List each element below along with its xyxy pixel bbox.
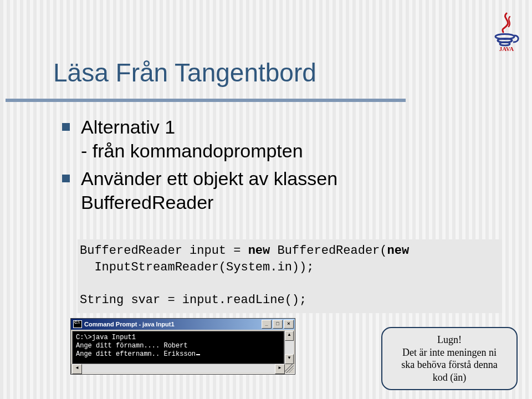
bullet-marker — [62, 175, 70, 182]
window-title: Command Prompt - java Input1 — [84, 321, 175, 328]
bullet-1-text: Alternativ 1 - från kommandoprompten — [81, 115, 303, 162]
svg-text:JAVA: JAVA — [499, 45, 514, 52]
slide-title: Läsa Från Tangentbord — [53, 58, 316, 88]
code-text: BufferedReader input = — [80, 244, 248, 258]
terminal-line: C:\>java Input1 — [76, 334, 136, 341]
callout-line: Lugn! — [437, 334, 462, 345]
bullet-2-line2: BufferedReader — [81, 192, 213, 213]
code-keyword: new — [248, 244, 270, 258]
scroll-track[interactable] — [82, 364, 275, 373]
code-text: String svar = input.readLine(); — [80, 293, 306, 307]
resize-grip-icon[interactable] — [285, 364, 294, 373]
code-text: BufferedReader( — [270, 244, 387, 258]
code-keyword: new — [387, 244, 410, 258]
bullet-1-line2: - från kommandoprompten — [81, 140, 303, 161]
terminal-line: Ange ditt förnamn.... Robert — [76, 342, 188, 350]
slide: JAVA Läsa Från Tangentbord Alternativ 1 … — [0, 0, 532, 399]
callout-line: kod (än) — [433, 372, 466, 383]
cursor-icon — [196, 354, 200, 355]
callout-line: Det är inte meningen ni — [402, 347, 497, 358]
close-button[interactable]: × — [284, 320, 294, 329]
bullet-list: Alternativ 1 - från kommandoprompten Anv… — [62, 115, 483, 218]
cmd-icon — [73, 320, 82, 328]
scroll-track[interactable] — [285, 341, 294, 354]
bullet-1: Alternativ 1 - från kommandoprompten — [62, 115, 483, 162]
code-block: BufferedReader input = new BufferedReade… — [78, 239, 502, 313]
terminal-line: Ange ditt efternamn.. Eriksson — [76, 350, 196, 358]
bullet-2-text: Använder ett objekt av klassen BufferedR… — [81, 167, 337, 214]
command-prompt-window: Command Prompt - java Input1 _ □ × C:\>j… — [70, 318, 295, 375]
scroll-up-button[interactable]: ▲ — [285, 331, 294, 341]
bullet-2-line1: Använder ett objekt av klassen — [81, 168, 337, 189]
callout-line: ska behöva förstå denna — [401, 359, 497, 370]
bullet-marker — [62, 123, 70, 131]
minimize-button[interactable]: _ — [262, 320, 272, 329]
horizontal-scrollbar[interactable]: ◄ ► — [72, 364, 294, 373]
code-text: InputStreamReader(System.in)); — [80, 260, 314, 274]
scroll-down-button[interactable]: ▼ — [285, 354, 294, 364]
bullet-1-line1: Alternativ 1 — [81, 116, 175, 137]
window-titlebar[interactable]: Command Prompt - java Input1 _ □ × — [71, 319, 295, 330]
scroll-left-button[interactable]: ◄ — [72, 364, 82, 374]
scroll-right-button[interactable]: ► — [275, 364, 285, 374]
bullet-2: Använder ett objekt av klassen BufferedR… — [62, 167, 483, 214]
callout-bubble: Lugn! Det är inte meningen ni ska behöva… — [381, 327, 518, 390]
java-logo-icon: JAVA — [491, 12, 522, 52]
title-underline — [6, 99, 406, 102]
vertical-scrollbar[interactable]: ▲ ▼ — [284, 331, 294, 364]
terminal-output[interactable]: C:\>java Input1 Ange ditt förnamn.... Ro… — [72, 331, 284, 364]
maximize-button[interactable]: □ — [273, 320, 283, 329]
